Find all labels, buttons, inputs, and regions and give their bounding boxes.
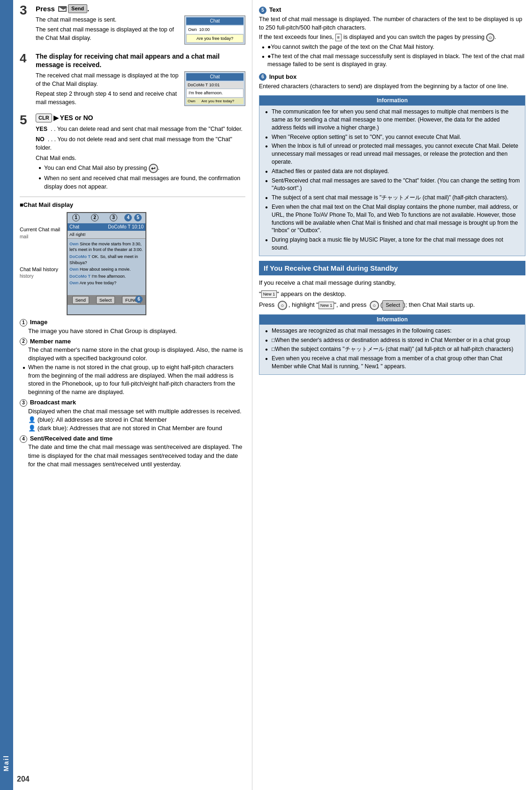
text-title: Text (269, 6, 281, 13)
circle-2: 2 (91, 214, 99, 221)
input-box-title: Input box (269, 73, 297, 80)
info2-item-1: Messages are recognized as chat mail mes… (265, 327, 521, 335)
member-bullet: When the name is not stored in the chat … (23, 364, 245, 396)
screen-titlebar: Chat DoCoMo T 10:10 (68, 223, 145, 231)
circle-numbers-row: 1 2 3 (72, 214, 118, 221)
standby-body: If you receive a chat mail message durin… (259, 278, 525, 311)
msg-1: Own Since the movie starts from 3:30, le… (69, 241, 144, 253)
circle-6: 6 (135, 296, 143, 303)
info2-item-3: □When the subject contains "チャットメール (cha… (265, 345, 521, 353)
msg-5: Own Are you free today? (69, 280, 144, 286)
standby-line-2: "New 1" appears on the desktop. (259, 289, 525, 299)
image-body: The image you have stored in Chat Group … (20, 327, 245, 335)
text-section: 5 Text The text of chat mail message is … (259, 6, 525, 69)
info-box-2-title: Information (259, 315, 525, 325)
info-box-title: Information (259, 96, 525, 106)
info2-item-2: □When the sender's address or destinatio… (265, 336, 521, 344)
screen-title: Chat (69, 224, 79, 230)
yes-text: YES . . You can delete read and sent cha… (36, 125, 245, 133)
text-bullets: ●You cannot switch the page of the text … (259, 43, 525, 69)
information-box: Information The communication fee for wh… (259, 95, 525, 256)
no-text: NO . . . You do not delete read and sent… (36, 135, 245, 152)
right-column: 5 Text The text of chat mail message is … (252, 0, 532, 790)
send-button-label: Send (68, 4, 87, 13)
datetime-title: Sent/Received date and time (30, 435, 113, 442)
information-box-2: Information Messages are recognized as c… (259, 314, 525, 375)
text-body-2: If the text exceeds four lines, ≡ is dis… (259, 33, 525, 42)
chat-mail-ends: Chat Mail ends. (36, 154, 245, 162)
circle-3: 3 (110, 214, 117, 221)
press-circle-icon-2: ○ (370, 301, 379, 310)
info2-item-4: Even when you receive a chat mail messag… (265, 355, 521, 371)
msg-2: DoCoMo T OK. So, shall we meet in Shibuy… (69, 254, 144, 266)
circle-5-right: 5 (259, 7, 266, 14)
person-icon-blue: 👤 (28, 416, 36, 423)
info-item-5: Sent/Received chat mail messages are sav… (265, 177, 521, 193)
info-item-7: Even when the chat mail text on the Chat… (265, 203, 521, 235)
clr-button[interactable]: CLR (36, 114, 52, 122)
input-box-section: 6 Input box Entered characters (characte… (259, 73, 525, 91)
broadcast-blue: 👤 (blue): All addresses are stored in Ch… (20, 416, 245, 424)
end-button-icon: ↩ (149, 164, 158, 173)
screen-messages: Own Since the movie starts from 3:30, le… (68, 239, 145, 295)
circle-1-label: 1 (20, 319, 27, 327)
circle-4: 4 (124, 214, 132, 221)
screen-content: Chat DoCoMo T 10:10 All right! Own Since… (68, 223, 145, 305)
chat-item-4: 4 Sent/Received date and time The date a… (20, 434, 245, 469)
select-label[interactable]: Select (382, 300, 403, 311)
person-icon-dark: 👤 (28, 425, 36, 432)
current-chat-label: Current Chat mail mail (20, 226, 62, 240)
new1-icon-2: New 1 (319, 302, 334, 309)
info-item-4: Attached files or pasted data are not di… (265, 167, 521, 175)
page-container: Mail 3 Press Send . Chat Own (0, 0, 532, 790)
text-bullet-2: ●The text of the chat mail message succe… (262, 53, 525, 69)
info-item-2: When "Receive option setting" is set to … (265, 133, 521, 141)
circle-1: 1 (72, 214, 80, 221)
chat-screen-mockup: 1 2 3 4 5 Chat DoCoMo T 10:10 (67, 212, 146, 315)
standby-line-3: Press ○, highlight "New 1", and press ○(… (259, 300, 525, 311)
step-3-content: Press Send . Chat Own 10:00 Are you free… (36, 4, 245, 47)
input-box-body: Entered characters (characters to send) … (259, 83, 525, 91)
page-number: 204 (17, 774, 30, 784)
text-bullet-1: ●You cannot switch the page of the text … (262, 43, 525, 52)
step-5-content: CLR ▶ YES or NO YES . . You can delete r… (36, 114, 245, 192)
image-title: Image (30, 319, 48, 326)
msg-4: DoCoMo T I'm free afternoon. (69, 273, 144, 280)
envelope-icon (58, 6, 67, 12)
chat-item-1: 1 Image The image you have stored in Cha… (20, 318, 245, 335)
screen-footer: Send Select FUNC (68, 295, 145, 305)
sidebar-label: Mail (2, 755, 11, 771)
step-3-title: Press Send . (36, 4, 245, 14)
step-4-content: The display for receiving chat mail appe… (36, 52, 245, 109)
step-5: 5 CLR ▶ YES or NO YES . . You can delete… (20, 114, 245, 192)
circle-5: 5 (134, 214, 142, 221)
sidebar: Mail (0, 0, 13, 790)
standby-line-1: If you receive a chat mail message durin… (259, 278, 525, 288)
circle-2-label: 2 (20, 338, 27, 345)
send-btn[interactable]: Send (72, 296, 89, 304)
new1-icon-1: New 1 (261, 290, 277, 298)
text-body-1: The text of chat mail message is display… (259, 15, 525, 32)
broadcast-body: Displayed when the chat mail message set… (20, 407, 245, 416)
step-4-title: The display for receiving chat mail appe… (36, 52, 245, 69)
step-4: 4 The display for receiving chat mail ap… (20, 52, 245, 109)
left-column: 3 Press Send . Chat Own 10:00 Are you fr… (13, 0, 252, 790)
msg-3: Own How about seeing a movie. (69, 266, 144, 273)
yes-or-no-label: YES or NO (60, 114, 93, 123)
circle-6-right: 6 (259, 73, 266, 81)
info-item-1: The communication fee for when you send … (265, 108, 521, 131)
divider-1 (20, 197, 245, 197)
chat-mail-display-heading: ■Chat Mail display (20, 201, 245, 209)
info-box-list: The communication fee for when you send … (263, 108, 521, 252)
broadcast-dark: 👤 (dark blue): Addresses that are not st… (20, 424, 245, 433)
select-btn[interactable]: Select (96, 296, 115, 304)
step5-bullet-2: When no sent and received chat mail mess… (38, 174, 245, 191)
chat-mail-display-section: ■Chat Mail display Current Chat mail mai… (20, 201, 245, 469)
arrow-icon: ▶ (53, 114, 59, 123)
circle-4-5-container: 4 5 (124, 214, 143, 221)
text-body: The text of chat mail message is display… (259, 15, 525, 69)
step5-bullet-1: You can end Chat Mail also by pressing ↩… (38, 164, 245, 173)
info-item-8: During playing back a music file by MUSI… (265, 236, 521, 252)
circle-6-container: 6 (135, 296, 144, 303)
circle-3-label: 3 (20, 399, 27, 407)
